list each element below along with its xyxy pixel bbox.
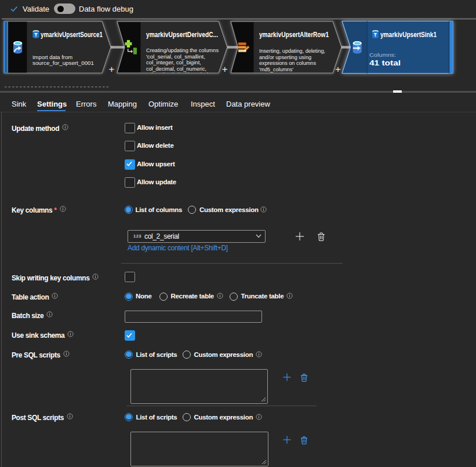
svg-text:'col_serial, col_smallint,: 'col_serial, col_smallint, [146, 53, 205, 60]
svg-text:col_real, col_double, col_ch: col_real, col_double, col_ch [146, 71, 210, 78]
svg-text:and/or upserting using: and/or upserting using [259, 54, 311, 60]
svg-text:ymarkivUpsertSource1: ymarkivUpsertSource1 [41, 31, 103, 39]
svg-text:'md5_columns': 'md5_columns' [259, 66, 293, 72]
svg-text:Import data from: Import data from [32, 54, 72, 60]
svg-text:+: + [108, 64, 114, 75]
svg-text:+: + [335, 64, 341, 75]
svg-text:Columns:: Columns: [369, 52, 396, 58]
svg-text:41 total: 41 total [369, 59, 401, 67]
svg-text:Inserting, updating, deleting,: Inserting, updating, deleting, [259, 48, 325, 54]
svg-text:expressions on columns: expressions on columns [259, 60, 316, 66]
svg-text:col_integer, col_bigint,: col_integer, col_bigint, [146, 59, 201, 65]
svg-text:col_decimal, col_numeric,: col_decimal, col_numeric, [146, 65, 206, 72]
svg-text:ymarkivUpsertSink1: ymarkivUpsertSink1 [380, 31, 437, 39]
svg-text:source_for_upsert_0001: source_for_upsert_0001 [32, 60, 94, 66]
svg-text:+: + [222, 64, 228, 75]
svg-text:ymarkivUpsertDerivedC...: ymarkivUpsertDerivedC... [146, 31, 218, 39]
svg-text:Creating/updating the columns: Creating/updating the columns [146, 47, 219, 53]
svg-text:ymarkivUpsertAlterRow1: ymarkivUpsertAlterRow1 [259, 31, 329, 39]
